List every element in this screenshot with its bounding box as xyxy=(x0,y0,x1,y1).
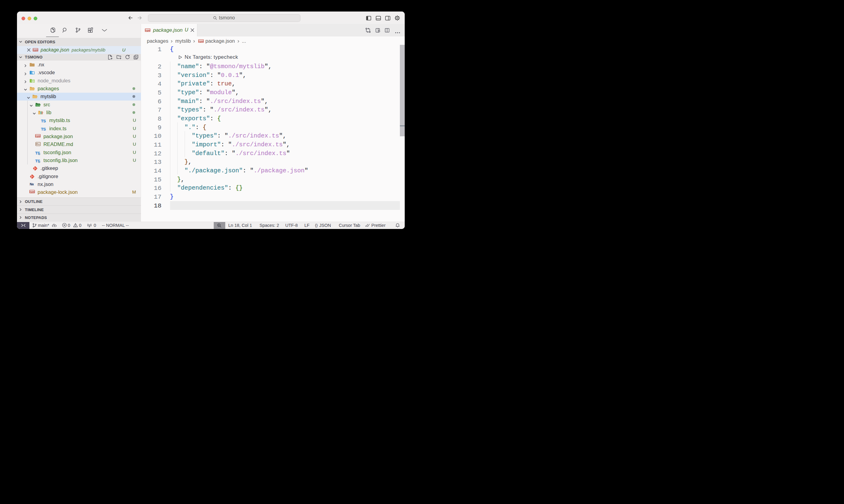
svg-text:npm: npm xyxy=(36,135,40,138)
svg-text:TS: TS xyxy=(35,150,40,155)
svg-text:JS: JS xyxy=(32,80,34,82)
svg-text:TS: TS xyxy=(41,127,46,131)
svg-text:Nx: Nx xyxy=(30,182,34,186)
svg-text:</>: </> xyxy=(36,105,40,107)
svg-text:npm: npm xyxy=(199,40,203,43)
svg-text:npm: npm xyxy=(145,29,150,32)
svg-text:npm: npm xyxy=(33,49,38,52)
svg-text:TS: TS xyxy=(41,119,46,123)
svg-text:npm: npm xyxy=(30,191,34,193)
svg-text:TS: TS xyxy=(35,159,40,163)
